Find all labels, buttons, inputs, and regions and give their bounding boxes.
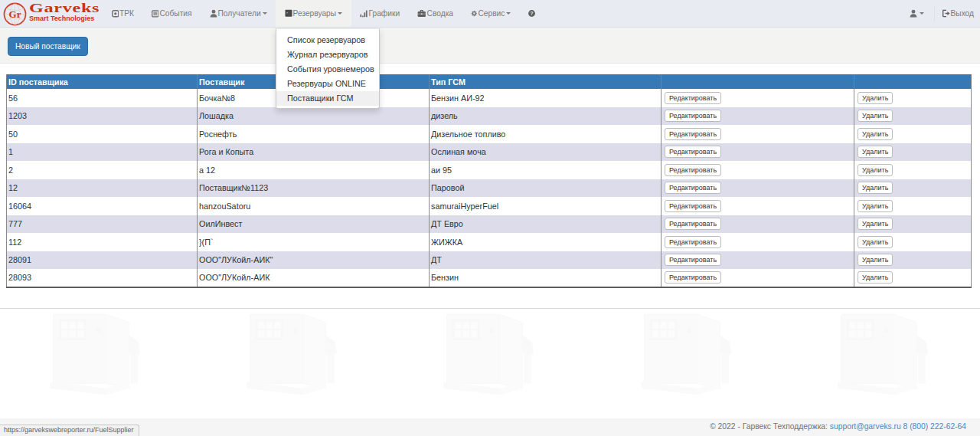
caret-down-icon (506, 12, 511, 15)
reservoirs-dropdown-menu: Список резервуаровЖурнал резервуаровСобы… (276, 28, 380, 109)
fuel-pump-watermark (242, 311, 339, 399)
nav-item-Резервуары[interactable]: Резервуары (276, 0, 351, 27)
cell-supplier: }(П` (198, 233, 430, 251)
table-row: 28093ООО"ЛУКойл-АИКБензинРедактироватьУд… (7, 269, 972, 287)
footer-support-link[interactable]: support@garveks.ru 8 (800) 222-62-64 (830, 422, 966, 431)
brand[interactable]: Gr Garveks Smart Technologies (0, 0, 103, 27)
cell-supplier: hanzouSatoru (198, 197, 430, 215)
nav-item-События[interactable]: События (142, 0, 201, 27)
cell-supplier: ООО"ЛУКойл-АИК" (198, 251, 430, 270)
cell-delete: Удалить (854, 233, 972, 251)
logout-label: Выход (951, 9, 974, 18)
delete-button[interactable]: Удалить (858, 254, 893, 266)
cell-fuel: samuraiHyperFuel (430, 197, 662, 215)
cell-id: 56 (7, 89, 198, 107)
cell-id: 28093 (7, 269, 198, 287)
delete-button[interactable]: Удалить (858, 200, 893, 212)
cell-fuel: Ослиная моча (430, 143, 662, 162)
dropdown-item[interactable]: Список резервуаров (276, 33, 379, 48)
edit-button[interactable]: Редактировать (665, 200, 721, 212)
cell-id: 777 (7, 215, 198, 234)
edit-button[interactable]: Редактировать (665, 110, 721, 122)
delete-button[interactable]: Удалить (858, 271, 893, 284)
table-row: 28091ООО"ЛУКойл-АИК"ДТРедактироватьУдали… (7, 251, 972, 270)
new-supplier-button[interactable]: Новый поставщик (8, 37, 88, 56)
delete-button[interactable]: Удалить (858, 182, 893, 194)
fuel-pump-watermark (833, 311, 930, 399)
cell-edit: Редактировать (662, 269, 854, 287)
status-url-tooltip: https://garvekswebreporter.ru/FuelSuppli… (0, 425, 139, 436)
cell-delete: Удалить (854, 143, 972, 162)
nav-item-help[interactable] (520, 0, 545, 27)
cell-fuel: ДТ (430, 251, 662, 270)
tank-icon (285, 9, 292, 18)
fuel-pump-watermark (45, 311, 142, 399)
edit-button[interactable]: Редактировать (665, 254, 721, 266)
cell-fuel: аи 95 (430, 161, 662, 179)
cell-id: 16064 (7, 197, 198, 215)
delete-button[interactable]: Удалить (858, 236, 893, 248)
nav-item-label: Сводка (427, 9, 453, 18)
edit-button[interactable]: Редактировать (665, 128, 721, 140)
nav-item-label: ТРК (119, 9, 134, 18)
cell-delete: Удалить (854, 107, 972, 126)
brand-subtitle: Smart Technologies (29, 15, 94, 22)
nav-item-Сводка[interactable]: Сводка (409, 0, 462, 27)
nav-item-account[interactable] (902, 0, 934, 27)
edit-button[interactable]: Редактировать (665, 164, 721, 176)
cell-fuel: дизель (430, 107, 662, 126)
edit-button[interactable]: Редактировать (665, 218, 721, 230)
delete-button[interactable]: Удалить (858, 92, 893, 104)
footer-copyright: © 2022 - Гарвекс Техподдержка: (710, 422, 828, 431)
delete-button[interactable]: Удалить (858, 218, 893, 230)
dropdown-item[interactable]: Журнал резервуаров (276, 48, 379, 62)
column-header (662, 74, 854, 89)
delete-button[interactable]: Удалить (858, 128, 893, 140)
cell-fuel: ДТ Евро (430, 215, 662, 234)
cell-delete: Удалить (854, 215, 972, 234)
table-row: 56Бочка№8Бензин АИ-92РедактироватьУдалит… (7, 89, 972, 107)
nav-item-label: Графики (369, 9, 400, 18)
delete-button[interactable]: Удалить (858, 110, 893, 122)
table-row: 2а 12аи 95РедактироватьУдалить (7, 161, 972, 179)
table-row: 50РоснефтьДизельное топливоРедактировать… (7, 125, 972, 143)
cell-supplier: Роснефть (198, 125, 430, 143)
cell-edit: Редактировать (662, 107, 854, 126)
cell-delete: Удалить (854, 161, 972, 179)
user-icon (210, 9, 217, 18)
column-header: Тип ГСМ (430, 74, 662, 89)
cell-fuel: Бензин АИ-92 (430, 89, 662, 107)
edit-button[interactable]: Редактировать (665, 182, 721, 194)
cell-fuel: Паровой (430, 179, 662, 198)
delete-button[interactable]: Удалить (858, 164, 893, 176)
nav-item-Сервис[interactable]: Сервис (462, 0, 519, 27)
table-row: 777ОилИнвестДТ ЕвроРедактироватьУдалить (7, 215, 972, 234)
dropdown-item[interactable]: События уровнемеров (276, 62, 379, 77)
nav-item-Получатели[interactable]: Получатели (201, 0, 276, 27)
bar-chart-icon (360, 9, 368, 18)
brand-name: Garveks (29, 2, 96, 15)
cell-fuel: Дизельное топливо (430, 125, 662, 143)
cell-edit: Редактировать (662, 161, 854, 179)
cell-edit: Редактировать (662, 197, 854, 215)
nav-item-logout[interactable]: Выход (935, 0, 974, 27)
caret-down-icon (920, 12, 924, 15)
edit-button[interactable]: Редактировать (665, 236, 721, 248)
cell-supplier: Поставщик№1123 (198, 179, 430, 198)
delete-button[interactable]: Удалить (858, 146, 893, 158)
gear-icon (471, 10, 478, 18)
nav-item-ТРК[interactable]: ТРК (103, 0, 142, 27)
edit-button[interactable]: Редактировать (665, 92, 721, 104)
dropdown-item[interactable]: Резервуары ONLINE (276, 77, 379, 91)
events-icon (152, 10, 159, 18)
table-row: 112}(П`ЖИЖКАРедактироватьУдалить (7, 233, 972, 251)
edit-button[interactable]: Редактировать (665, 271, 721, 284)
briefcase-icon (417, 9, 426, 18)
svg-text:Gr: Gr (9, 8, 21, 20)
cell-edit: Редактировать (662, 233, 854, 251)
nav-item-Графики[interactable]: Графики (351, 0, 409, 27)
edit-button[interactable]: Редактировать (665, 146, 721, 158)
cell-supplier: Лошадка (198, 107, 430, 126)
nav-item-label: Сервис (478, 9, 505, 18)
dropdown-item[interactable]: Поставщики ГСМ (276, 91, 379, 106)
